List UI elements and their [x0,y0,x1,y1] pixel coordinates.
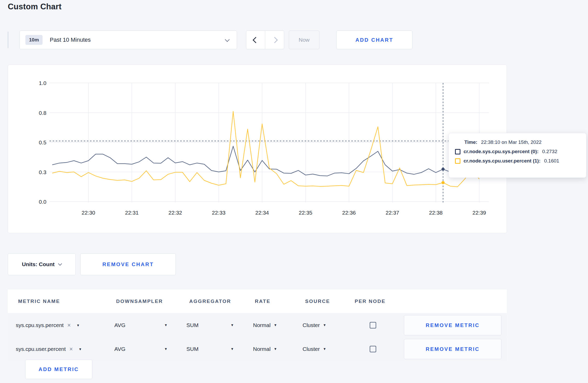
series-sys-swatch-icon [455,149,460,154]
add-metric-button[interactable]: ADD METRIC [25,360,92,379]
svg-text:0.0: 0.0 [39,199,46,205]
time-pager [246,31,284,49]
cpu-percent-line-chart[interactable]: 0.00.30.50.81.022:3022:3122:3222:3322:34… [8,65,507,233]
remove-metric-button[interactable]: REMOVE METRIC [404,339,501,359]
chevron-down-icon [226,38,229,42]
chevron-left-icon [253,37,259,43]
metric-row: sys.cpu.user.percent × ▼ AVG ▼ SUM ▼ Nor… [8,337,507,361]
downsampler-select[interactable]: AVG ▼ [114,346,167,352]
time-range-label: Past 10 Minutes [50,37,91,43]
svg-text:22:34: 22:34 [255,210,269,216]
per-node-checkbox[interactable] [370,322,376,328]
downsampler-value: AVG [114,322,125,328]
chevron-down-icon [58,261,62,266]
tooltip-series-value: 0.2732 [542,149,557,154]
col-metric-name: METRIC NAME [18,299,60,304]
rate-value: Normal [253,346,271,352]
clear-metric-icon[interactable]: × [67,322,71,329]
svg-text:1.0: 1.0 [39,80,46,86]
col-downsampler: DOWNSAMPLER [116,299,163,304]
source-value: Cluster [303,322,320,328]
source-select[interactable]: Cluster ▼ [303,346,326,352]
remove-chart-button[interactable]: REMOVE CHART [80,253,176,275]
metric-row: sys.cpu.sys.percent × ▼ AVG ▼ SUM ▼ Norm… [8,313,507,337]
time-range-select[interactable]: 10m Past 10 Minutes [19,31,237,49]
col-rate: RATE [255,299,270,304]
svg-text:0.8: 0.8 [39,110,46,116]
metrics-table-header: METRIC NAME DOWNSAMPLER AGGREGATOR RATE … [8,289,507,313]
svg-text:22:33: 22:33 [212,210,226,216]
chevron-right-icon [271,37,278,43]
caret-down-icon: ▼ [164,323,167,327]
rate-value: Normal [253,322,271,328]
svg-text:22:39: 22:39 [472,210,486,216]
svg-text:22:37: 22:37 [386,210,399,216]
toolbar-divider [8,32,8,48]
remove-metric-button[interactable]: REMOVE METRIC [404,315,501,335]
time-range-badge: 10m [25,35,43,45]
clear-metric-icon[interactable]: × [69,345,73,352]
source-select[interactable]: Cluster ▼ [303,322,326,328]
caret-down-icon: ▼ [164,347,167,351]
now-button[interactable]: Now [289,31,319,49]
tooltip-series-label: cr.node.sys.cpu.user.percent (1): [464,158,541,164]
caret-down-icon: ▼ [323,347,326,351]
caret-down-icon: ▼ [274,323,277,327]
aggregator-select[interactable]: SUM ▼ [186,346,234,352]
caret-down-icon: ▼ [274,347,277,351]
aggregator-value: SUM [186,346,199,352]
metric-name-select[interactable]: sys.cpu.sys.percent × ▼ [16,322,80,329]
downsampler-select[interactable]: AVG ▼ [114,322,167,328]
tooltip-time-label: Time: [464,139,477,145]
tooltip-series-value: 0.1601 [544,158,559,164]
rate-select[interactable]: Normal ▼ [253,346,277,352]
previous-range-button[interactable] [246,31,265,49]
rate-select[interactable]: Normal ▼ [253,322,277,328]
col-aggregator: AGGREGATOR [189,299,231,304]
caret-down-icon: ▼ [79,347,82,351]
svg-text:0.3: 0.3 [39,169,46,175]
col-source: SOURCE [305,299,330,304]
metric-name-select[interactable]: sys.cpu.user.percent × ▼ [16,345,82,352]
metric-name-value: sys.cpu.sys.percent [16,322,64,328]
caret-down-icon: ▼ [230,347,234,351]
col-per-node: PER NODE [355,299,386,304]
svg-text:0.5: 0.5 [39,139,46,145]
metric-name-value: sys.cpu.user.percent [16,346,66,352]
svg-text:22:30: 22:30 [82,210,95,216]
source-value: Cluster [303,346,320,352]
svg-text:22:38: 22:38 [429,210,443,216]
svg-text:22:31: 22:31 [125,210,139,216]
tooltip-series-label: cr.node.sys.cpu.sys.percent (0): [464,149,538,154]
tooltip-time-value: 22:38:10 on Mar 15th, 2022 [481,139,541,145]
svg-text:22:36: 22:36 [342,210,356,216]
page-title: Custom Chart [8,2,61,11]
series-user-swatch-icon [455,158,460,164]
metrics-table: METRIC NAME DOWNSAMPLER AGGREGATOR RATE … [8,289,507,360]
aggregator-select[interactable]: SUM ▼ [186,322,234,328]
downsampler-value: AVG [114,346,125,352]
units-label: Units: Count [22,261,55,267]
aggregator-value: SUM [186,322,199,328]
caret-down-icon: ▼ [323,323,326,327]
per-node-checkbox[interactable] [370,346,376,352]
caret-down-icon: ▼ [76,323,80,327]
chart-hover-tooltip: Time: 22:38:10 on Mar 15th, 2022 cr.node… [449,133,586,178]
svg-text:22:32: 22:32 [169,210,182,216]
caret-down-icon: ▼ [230,323,234,327]
units-select[interactable]: Units: Count [8,253,76,275]
custom-chart-card: 0.00.30.50.81.022:3022:3122:3222:3322:34… [8,65,507,233]
next-range-button[interactable] [265,31,284,49]
svg-text:22:35: 22:35 [299,210,312,216]
add-chart-button[interactable]: ADD CHART [336,31,412,49]
